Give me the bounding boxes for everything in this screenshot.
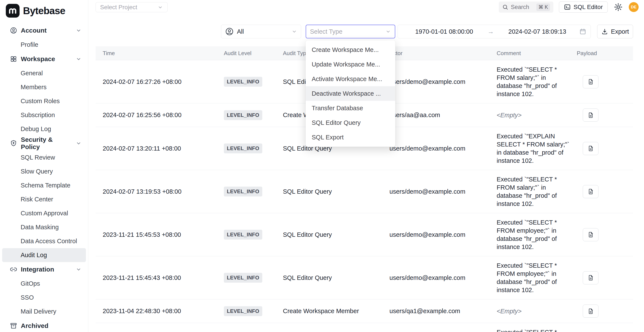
download-icon: [601, 28, 608, 35]
cell-audit-level: LEVEL_INFO: [224, 273, 283, 283]
level-badge: LEVEL_INFO: [224, 230, 262, 240]
sidebar-section-workspace[interactable]: Workspace: [0, 52, 88, 66]
table-row: 2023-11-04 22:48:30 +08:00 LEVEL_INFO Cr…: [96, 299, 633, 323]
type-option-highlighted[interactable]: Deactivate Workspace ...: [306, 86, 395, 101]
sidebar-item-sso[interactable]: SSO: [0, 291, 88, 305]
cell-audit-level: LEVEL_INFO: [224, 77, 283, 87]
type-filter-select[interactable]: Select Type: [306, 25, 395, 38]
sidebar-item-gitops[interactable]: GitOps: [0, 277, 88, 291]
column-header-audit-level: Audit Level: [224, 50, 283, 57]
sql-editor-button[interactable]: SQL Editor: [559, 1, 608, 13]
payload-view-button[interactable]: [583, 271, 598, 284]
type-option[interactable]: Transfer Database: [306, 101, 395, 115]
cell-time: 2024-02-07 16:25:56 +08:00: [96, 112, 224, 119]
sql-editor-icon: [564, 4, 571, 10]
sidebar-section-label: Integration: [21, 266, 54, 273]
type-option[interactable]: SQL Editor Query: [306, 115, 395, 130]
avatar[interactable]: DE: [629, 2, 639, 12]
cell-actor: users/demo@example.com: [390, 231, 497, 238]
type-option[interactable]: SQL Export: [306, 130, 395, 145]
sidebar-item-data-access-control[interactable]: Data Access Control: [0, 234, 88, 248]
sidebar-section-security-policy[interactable]: Security & Policy: [0, 136, 88, 151]
export-label: Export: [611, 28, 629, 35]
cell-actor: users/demo@example.com: [390, 145, 497, 152]
sidebar-item-members[interactable]: Members: [0, 80, 88, 94]
sidebar-item-profile[interactable]: Profile: [0, 38, 88, 52]
level-badge: LEVEL_INFO: [224, 144, 262, 153]
type-option[interactable]: Update Workspace Me...: [306, 57, 395, 72]
sidebar-item-subscription[interactable]: Subscription: [0, 108, 88, 122]
cell-audit-level: LEVEL_INFO: [224, 230, 283, 240]
workspace-grid-icon: [10, 55, 17, 63]
brand-logo[interactable]: Bytebase: [0, 0, 88, 21]
column-header-payload: Payload: [577, 50, 633, 57]
column-header-comment: Comment: [497, 50, 577, 57]
type-option[interactable]: Create Workspace Me...: [306, 42, 395, 57]
sidebar: Bytebase Account Profile Workspace Gener…: [0, 0, 88, 332]
sidebar-item-risk-center[interactable]: Risk Center: [0, 192, 88, 206]
type-option[interactable]: Activate Workspace Me...: [306, 72, 395, 86]
cell-time: 2023-11-21 15:45:53 +08:00: [96, 231, 224, 238]
cell-comment: Executed `"SELECT * FROM employee;"` in …: [497, 261, 577, 294]
actor-filter-select[interactable]: All: [221, 25, 301, 38]
level-badge: LEVEL_INFO: [224, 186, 262, 196]
cell-payload: [577, 228, 633, 241]
chevron-down-icon: [385, 29, 391, 34]
calendar-icon: [579, 28, 586, 35]
search-input[interactable]: Search ⌘ K: [499, 1, 553, 13]
cell-time: 2023-11-21 15:45:43 +08:00: [96, 274, 224, 281]
cell-comment: <Empty>: [497, 307, 577, 315]
payload-view-button[interactable]: [583, 228, 598, 241]
chevron-down-icon: [76, 56, 82, 62]
payload-view-button[interactable]: [583, 75, 598, 88]
sidebar-item-data-masking[interactable]: Data Masking: [0, 220, 88, 234]
sidebar-item-general[interactable]: General: [0, 66, 88, 80]
cell-comment: Executed `"SELECT * FROM salary;"` in da…: [497, 175, 577, 208]
payload-view-button[interactable]: [583, 185, 598, 198]
chevron-down-icon: [76, 266, 82, 272]
sidebar-item-custom-roles[interactable]: Custom Roles: [0, 94, 88, 108]
cell-actor: users/demo@example.com: [390, 188, 497, 195]
bytebase-logo-icon: [6, 4, 20, 17]
cell-audit-level: LEVEL_INFO: [224, 110, 283, 120]
cell-audit-level: LEVEL_INFO: [224, 306, 283, 316]
link-icon: [10, 266, 17, 273]
chevron-down-icon: [292, 29, 297, 34]
sidebar-section-integration[interactable]: Integration: [0, 262, 88, 277]
cell-audit-type: SQL Editor Query: [283, 231, 390, 238]
sidebar-item-schema-template[interactable]: Schema Template: [0, 178, 88, 192]
type-filter-placeholder: Select Type: [310, 28, 342, 35]
sidebar-item-audit-log[interactable]: Audit Log: [2, 248, 86, 262]
cell-audit-level: LEVEL_INFO: [224, 186, 283, 196]
table-row: 2023-11-21 15:45:53 +08:00 LEVEL_INFO SQ…: [96, 213, 633, 256]
arrow-right-icon: →: [486, 28, 495, 35]
export-button[interactable]: Export: [597, 25, 633, 38]
project-select[interactable]: Select Project: [96, 2, 168, 12]
sidebar-item-slow-query[interactable]: Slow Query: [0, 165, 88, 178]
project-select-value: Select Project: [100, 4, 137, 11]
payload-view-button[interactable]: [583, 109, 598, 122]
sidebar-item-custom-approval[interactable]: Custom Approval: [0, 206, 88, 220]
level-badge: LEVEL_INFO: [224, 110, 262, 120]
sidebar-item-debug-log[interactable]: Debug Log: [0, 122, 88, 136]
shield-icon: [10, 140, 17, 147]
cell-actor: users/qa1@example.com: [390, 308, 497, 315]
topbar-right: Search ⌘ K SQL Editor DE: [499, 1, 639, 13]
sidebar-section-label: Workspace: [21, 55, 55, 63]
sidebar-item-archived[interactable]: Archived: [0, 319, 88, 332]
table-row: 2024-02-07 13:19:53 +08:00 LEVEL_INFO SQ…: [96, 170, 633, 213]
payload-view-button[interactable]: [583, 142, 598, 155]
column-header-actor: Actor: [390, 50, 497, 57]
cell-payload: [577, 185, 633, 198]
cell-actor: users/demo@example.com: [390, 274, 497, 281]
date-range-picker[interactable]: 1970-01-01 08:00:00 → 2024-02-07 18:09:1…: [398, 25, 591, 38]
sidebar-item-sql-review[interactable]: SQL Review: [0, 151, 88, 165]
chevron-down-icon: [76, 27, 82, 33]
sidebar-section-account[interactable]: Account: [0, 23, 88, 38]
sql-editor-label: SQL Editor: [574, 4, 603, 10]
sidebar-item-mail-delivery[interactable]: Mail Delivery: [0, 305, 88, 319]
table-row: 2023-11-21 15:45:43 +08:00 LEVEL_INFO SQ…: [96, 256, 633, 299]
payload-view-button[interactable]: [583, 305, 598, 318]
settings-gear-icon[interactable]: [613, 2, 623, 12]
sidebar-item-label: Archived: [21, 322, 48, 330]
